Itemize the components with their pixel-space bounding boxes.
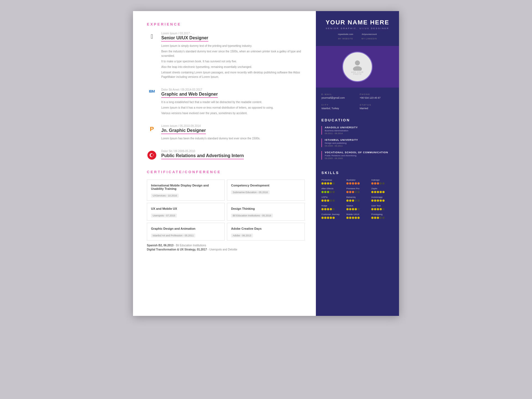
cert-section: CERTIFICATE/CONFERENCE International Mob…: [147, 170, 305, 251]
exp-item-2: IBM Dolor Sit Amet / 09.2014-03.2017 Gra…: [147, 88, 305, 117]
skill-dot-8-1: [374, 200, 376, 202]
skill-dots-1: [346, 182, 369, 185]
exp-role-3: Jn. Graphic Designer: [161, 128, 206, 134]
skill-dot-11-1: [374, 208, 376, 210]
skill-dot-10-2: [352, 208, 354, 210]
skill-dot-2-2: [377, 182, 379, 185]
edu-date-2: 09.2005 - 06.2009: [325, 157, 393, 160]
skill-dots-8: [371, 200, 393, 202]
skill-name-9: Hotjar: [321, 204, 344, 207]
edu-degree-0: Business Administration: [325, 129, 393, 132]
skill-dot-2-1: [374, 182, 376, 185]
skill-dot-5-1: [374, 191, 376, 193]
skill-dots-5: [371, 191, 393, 193]
exp-role-2: Graphic and Web Designer: [161, 92, 218, 98]
edu-date-0: 09.2011 - 06.2014: [325, 132, 393, 135]
skill-dot-4-3: [355, 191, 357, 193]
skill-dot-11-3: [380, 208, 382, 210]
skill-dots-11: [371, 208, 393, 210]
skill-name-0: Photoshop: [321, 179, 344, 181]
skill-name-14: Prototyping: [371, 213, 393, 216]
skill-dot-4-4: [357, 191, 360, 193]
cert-grid: International Mobile Display Design and …: [147, 180, 305, 241]
skill-dot-2-4: [382, 182, 385, 185]
skill-dot-8-3: [380, 200, 382, 202]
exp-desc-2: It is a long established fact that a rea…: [161, 100, 273, 116]
contact-phone: PHONE +90 534 123 45 67: [360, 93, 393, 99]
skill-dot-11-0: [371, 208, 374, 210]
skill-dot-9-3: [330, 208, 332, 210]
city-value: Istanbul, Turkey: [321, 107, 355, 110]
skill-dot-2-3: [380, 182, 382, 185]
cert-org-3: Bil Education Institutions - 05.2016: [231, 214, 273, 218]
cert-card-1: Competency Development Submarine Educati…: [227, 180, 305, 201]
edu-school-2: Vocational School of Communication: [325, 151, 393, 154]
skill-dot-14-1: [374, 217, 376, 219]
exp-meta-1: Lorem Ipsum / 03.2017 - ...: [161, 32, 305, 35]
skill-name-6: UXPin: [321, 196, 344, 198]
skill-item-12: Customer Journey: [321, 213, 344, 219]
skill-dot-5-0: [371, 191, 374, 193]
photo-circle: ADD YOUR PHOTO: [342, 52, 373, 82]
skill-dot-6-4: [332, 200, 335, 202]
right-education: EDUCATION Anadolu University Business Ad…: [316, 115, 399, 168]
skill-name-13: Mobile UI/UX: [346, 213, 369, 216]
photo-section: ADD YOUR PHOTO: [316, 46, 399, 88]
skill-item-10: Sketch: [346, 204, 369, 210]
cert-card-4: Graphic Design and Animation Istanbul Ar…: [147, 223, 225, 241]
skill-dot-9-1: [324, 208, 326, 210]
skill-dot-6-0: [321, 200, 324, 202]
skill-dot-12-2: [327, 217, 329, 219]
edu-item-2: Vocational School of Communication Publi…: [321, 151, 393, 160]
skill-dot-7-2: [352, 200, 354, 202]
skill-dot-9-2: [327, 208, 329, 210]
skill-dot-13-1: [349, 217, 351, 219]
skill-item-13: Mobile UI/UX: [346, 213, 369, 219]
svg-point-5: [353, 66, 362, 71]
skill-dot-9-0: [321, 208, 324, 210]
skill-dot-14-2: [377, 217, 379, 219]
skill-name-12: Customer Journey: [321, 213, 344, 216]
skill-dot-14-3: [380, 217, 382, 219]
skill-dot-0-3: [330, 182, 332, 185]
skill-item-9: Hotjar: [321, 204, 344, 210]
education-title: EDUCATION: [321, 118, 393, 122]
cert-org-1: Submarine Education - 05.2016: [231, 190, 270, 194]
digital-line: Digital Transformation & UX Strategy, 01…: [147, 248, 305, 251]
right-contact: E-MAIL yourmail@gmail.com PHONE +90 534 …: [316, 88, 399, 115]
cert-name-2: UX and Mobile UX: [151, 207, 221, 210]
skill-name-2: Indesign: [371, 179, 393, 181]
cert-name-3: Design Thinking: [231, 207, 301, 210]
skill-dot-13-4: [357, 217, 360, 219]
right-skills: SKILLS PhotoshopIllustratorIndesignAfter…: [316, 168, 399, 223]
linkedin-label: MY LINKEDIN: [362, 38, 377, 40]
skill-item-5: Zeplin: [371, 187, 393, 193]
skill-item-7: Balsamiq: [346, 196, 369, 202]
skill-dots-2: [371, 182, 393, 185]
skill-dot-3-1: [324, 191, 326, 193]
exp-role-1: Senior UI/UX Designer: [161, 35, 208, 42]
website-label: MY WEBSITE: [338, 38, 353, 40]
contact-city: CITY Istanbul, Turkey: [321, 104, 355, 110]
skill-dot-7-4: [357, 200, 360, 202]
cert-org-5: Adobe - 06.2013: [231, 234, 253, 237]
skill-name-3: After Effects: [321, 187, 344, 190]
edu-item-1: Istanbul University Design and publishin…: [321, 139, 393, 147]
skill-dot-3-2: [327, 191, 329, 193]
skill-dots-9: [321, 208, 344, 210]
skill-dot-2-0: [371, 182, 374, 185]
city-label: CITY: [321, 104, 355, 106]
skill-dot-10-0: [346, 208, 349, 210]
right-panel: YOUR NAME HERE Senior Graphic, UI/UX Des…: [316, 11, 399, 316]
email-label: E-MAIL: [321, 93, 355, 96]
experience-title: EXPERIENCE: [147, 22, 305, 26]
skill-dot-8-0: [371, 200, 374, 202]
left-panel: EXPERIENCE  Lorem Ipsum / 03.2017 - ...…: [133, 11, 316, 316]
skill-item-14: Prototyping: [371, 213, 393, 219]
cert-title: CERTIFICATE/CONFERENCE: [147, 170, 305, 174]
skill-dot-0-2: [327, 182, 329, 185]
exp-meta-4: Dolor Sit / 09.2009-05.2010: [161, 150, 244, 153]
skill-dots-7: [346, 200, 369, 202]
skill-dot-1-3: [355, 182, 357, 185]
skill-item-4: Premiere Pro: [346, 187, 369, 193]
